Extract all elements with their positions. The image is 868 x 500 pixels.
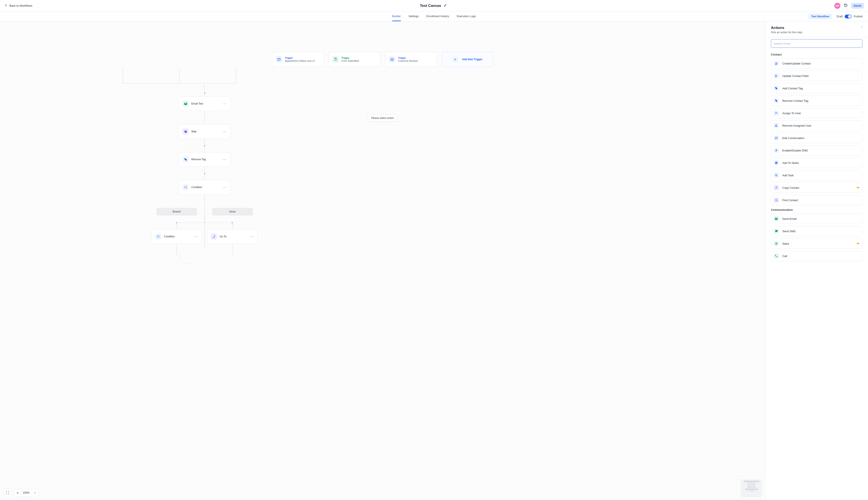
mail-icon [774,216,779,221]
action-add-task[interactable]: Add Task [771,170,863,180]
tab-execution-logs[interactable]: Execution Logs [457,12,476,21]
workflow-canvas[interactable]: Trigger Appointment Status new v2 Trigge… [0,21,765,500]
action-label: Remove Assigned User [782,124,811,127]
history-icon[interactable] [844,3,848,8]
svg-rect-41 [776,244,777,245]
add-step-plus[interactable]: + [203,91,206,95]
premium-icon [856,186,860,190]
svg-point-34 [775,174,777,176]
test-workflow-button[interactable]: Test Workflow [808,13,832,20]
add-step-plus[interactable]: + [203,144,206,147]
step-menu-icon[interactable]: ⋯ [223,185,227,189]
step-label: Remove Tag [191,158,206,161]
action-enable-disable-dnd[interactable]: Enable/Disable DND [771,145,863,156]
add-step-plus[interactable]: + [176,221,178,224]
action-call[interactable]: Call [771,251,863,261]
user-plus-icon [774,61,779,66]
tag-icon [774,86,779,91]
braces-icon [155,234,161,239]
action-label: Send SMS [782,230,796,233]
add-step-plus[interactable]: + [203,172,206,175]
zoom-in-button[interactable] [14,491,21,495]
action-assign-to-user[interactable]: Assign To User [771,108,863,118]
chat-icon [774,135,779,140]
step-goto[interactable]: Go To ⋯ [207,229,258,244]
step-wait[interactable]: Wait ⋯ [179,124,230,139]
tab-settings[interactable]: Settings [409,12,419,21]
close-icon[interactable] [860,25,864,30]
svg-rect-43 [777,243,778,244]
add-new-trigger-button[interactable]: Add New Trigger [442,52,493,67]
trigger-appointment-status[interactable]: Trigger Appointment Status new v2 [272,52,324,67]
action-create-update-contact[interactable]: Create/Update Contact [771,58,863,69]
branch-pill-none[interactable]: None [212,208,253,216]
publish-toggle[interactable] [845,14,852,19]
phone-icon [774,253,779,259]
edit-title
-icon[interactable] [444,4,447,8]
draft-label: Draft [836,15,843,18]
step-condition[interactable]: Condition ⋯ [179,180,230,194]
avatar[interactable]: SW [834,3,841,9]
step-email-test[interactable]: Email Test ⋯ [179,96,230,111]
trigger-label: Trigger [341,57,359,59]
tab-enrollment-history[interactable]: Enrollment History [426,12,449,21]
action-edit-conversation[interactable]: Edit Conversation [771,133,863,143]
action-slack[interactable]: Slack [771,238,863,249]
action-find-contact[interactable]: Find Contact [771,195,863,205]
user-list-icon [774,73,779,78]
step-condition-2[interactable]: Condition ⋯ [151,229,202,244]
sidebar-title: Actions [771,26,863,30]
action-update-contact-field[interactable]: Update Contact Field [771,71,863,81]
action-label: Send Email [782,217,797,220]
trigger-customer-booked[interactable]: Trigger Customer Booked [385,52,437,67]
zoom-out-button[interactable] [31,491,38,495]
action-remove-assigned-user[interactable]: Remove Assigned User [771,121,863,131]
trigger-sub: Appointment Status new v2 [285,59,315,62]
action-send-sms[interactable]: Send SMS [771,226,863,236]
svg-rect-31 [775,162,777,164]
clock-icon [182,128,189,135]
task-check-icon [774,173,779,178]
step-menu-icon[interactable]: ⋯ [223,129,227,134]
category-contact: Contact [771,53,863,56]
action-remove-contact-tag[interactable]: Remove Contact Tag [771,95,863,106]
publish-label: Publish [854,15,863,18]
action-add-to-notes[interactable]: Add To Notes [771,158,863,168]
svg-point-21 [776,75,777,76]
action-add-contact-tag[interactable]: Add Contact Tag [771,83,863,93]
slack-icon [774,241,779,246]
action-label: Enable/Disable DND [782,149,808,152]
action-send-email[interactable]: Send Email [771,214,863,224]
step-menu-icon[interactable]: ⋯ [194,235,198,239]
note-icon [774,160,779,166]
trigger-sub: Form Submitted [341,59,359,62]
svg-point-25 [776,112,777,113]
calendar-icon [276,56,282,62]
step-remove-tag[interactable]: Remove Tag ⋯ [179,152,230,167]
action-label: Copy Contact [782,186,799,189]
action-copy-contact[interactable]: Copy Contact [771,182,863,193]
step-menu-icon[interactable]: ⋯ [223,158,227,161]
branch-pill-branch[interactable]: Branch [156,208,197,216]
sms-icon [774,229,779,234]
back-to-workflows-button[interactable]: Back to Workflows [4,4,32,8]
add-step-plus[interactable]: + [232,221,233,224]
action-label: Find Contact [782,198,798,202]
tag-remove-icon [182,156,189,162]
action-label: Add Contact Tag [782,87,803,90]
trigger-form-submitted[interactable]: Trigger Form Submitted [329,52,380,67]
action-label: Slack [782,242,789,245]
bell-off-icon [774,148,779,153]
step-menu-icon[interactable]: ⋯ [250,235,254,239]
action-label: Edit Conversation [782,136,804,140]
sidebar-subtitle: Pick an action for this step [771,31,863,34]
step-menu-icon[interactable]: ⋯ [223,102,227,106]
fit-view-button[interactable] [4,491,11,495]
action-label: Add To Notes [782,161,799,164]
svg-line-35 [777,176,777,176]
tab-builder[interactable]: Builder [392,12,401,21]
search-action-input[interactable] [771,39,863,48]
minimap[interactable] [741,479,762,497]
svg-point-37 [776,199,777,200]
add-trigger-label: Add New Trigger [462,58,482,61]
